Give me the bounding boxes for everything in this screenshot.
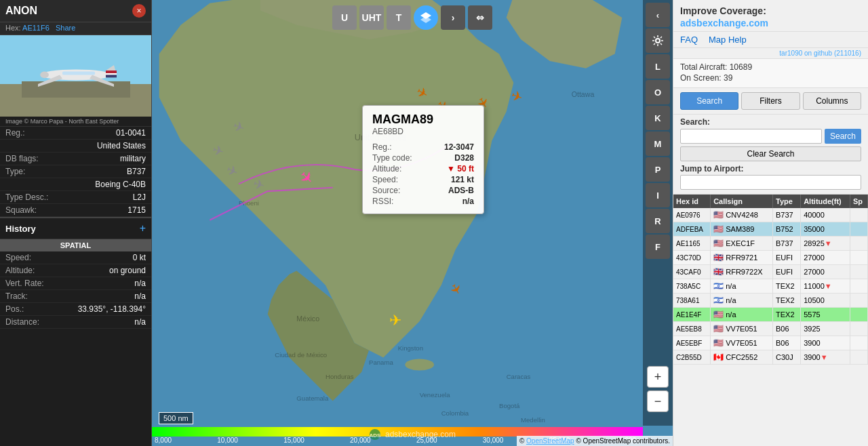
- type-row: Type: B737: [0, 165, 151, 178]
- speed-value: 0 kt: [133, 253, 146, 262]
- popup-rssi-row: RSSI: n/a: [372, 196, 474, 207]
- improve-coverage-link[interactable]: adsbexchange.com: [680, 18, 768, 28]
- map-help-link[interactable]: Map Help: [709, 35, 747, 45]
- cell-speed: [850, 222, 867, 237]
- openstreetmap-link[interactable]: OpenStreetMap: [526, 437, 574, 445]
- map-container[interactable]: United States Ottawa México Ciudad de Mé…: [152, 0, 673, 446]
- search-tab-button[interactable]: Search: [680, 92, 738, 110]
- search-area: Search: Search Clear Search Jump to Airp…: [673, 115, 868, 195]
- hex-row: Hex: AE11F6 Share: [0, 22, 151, 35]
- cell-type: TEX2: [773, 308, 801, 322]
- table-row[interactable]: 738A5C 🇮🇱 n/a TEX2 11000▼: [673, 279, 868, 293]
- reg-row: Reg.: 01-0041: [0, 127, 151, 140]
- cell-type: TEX2: [773, 279, 801, 293]
- map-arrow-button[interactable]: ›: [441, 5, 465, 30]
- svg-point-10: [40, 72, 49, 79]
- gradient-label-6: 30,000: [483, 437, 504, 444]
- popup-alt-value: ▼ 50 ft: [447, 164, 474, 174]
- side-i-button[interactable]: I: [646, 183, 670, 207]
- aircraft-popup: MAGMA89 AE68BD Reg.: 12-3047 Type code: …: [362, 105, 484, 214]
- side-r-button[interactable]: R: [646, 209, 670, 233]
- svg-text:Caracas: Caracas: [507, 373, 531, 380]
- search-go-button[interactable]: Search: [825, 129, 861, 144]
- map-expand-button[interactable]: ⇔: [468, 5, 492, 30]
- popup-alt-row: Altitude: ▼ 50 ft: [372, 163, 474, 174]
- table-row[interactable]: AE0976 🇺🇸 CNV4248 B737 40000: [673, 208, 868, 222]
- share-link[interactable]: Share: [56, 24, 75, 32]
- columns-tab-button[interactable]: Columns: [803, 92, 861, 110]
- side-l-button[interactable]: L: [646, 54, 670, 79]
- image-credit: Image © Marco Papa - North East Spotter: [0, 117, 151, 127]
- cell-altitude: 3900▼: [801, 350, 850, 365]
- map-btn-t[interactable]: T: [387, 5, 411, 30]
- side-p-button[interactable]: P: [646, 157, 670, 182]
- gradient-label-3: 15,000: [283, 437, 304, 444]
- clear-search-button[interactable]: Clear Search: [680, 146, 861, 161]
- svg-rect-9: [106, 75, 117, 77]
- table-row[interactable]: AE1E4F 🇺🇸 n/a TEX2 5575: [673, 308, 868, 322]
- filters-tab-button[interactable]: Filters: [741, 92, 800, 110]
- cell-speed: [850, 279, 867, 293]
- col-callsign[interactable]: Callsign: [711, 195, 773, 208]
- side-settings-button[interactable]: [646, 28, 670, 53]
- cell-altitude: 27000: [801, 251, 850, 265]
- cell-type: B752: [773, 222, 801, 237]
- cell-hex: 738A61: [673, 293, 711, 308]
- close-button[interactable]: ×: [132, 4, 146, 18]
- type-label: Type:: [5, 167, 25, 176]
- github-link[interactable]: tar1090 on github (211016): [779, 49, 861, 57]
- side-k-button[interactable]: K: [646, 106, 670, 130]
- table-row[interactable]: C2B55D 🇨🇦 CFC2552 C30J 3900▼: [673, 350, 868, 365]
- faq-link[interactable]: FAQ: [680, 35, 698, 45]
- cell-type: B06: [773, 322, 801, 336]
- scale-bar: 500 nm: [159, 412, 193, 424]
- popup-type-label: Type code:: [372, 153, 412, 163]
- table-row[interactable]: 43C70D 🇬🇧 RFR9721 EUFI 27000: [673, 251, 868, 265]
- search-input[interactable]: [680, 129, 822, 144]
- table-row[interactable]: AE1165 🇺🇸 EXEC1F B737 28925▼: [673, 237, 868, 251]
- popup-type-value: D328: [454, 153, 474, 163]
- table-row[interactable]: 738A61 🇮🇱 n/a TEX2 10500: [673, 293, 868, 308]
- zoom-out-button[interactable]: −: [647, 390, 669, 412]
- map-btn-u[interactable]: U: [332, 5, 357, 30]
- col-type[interactable]: Type: [773, 195, 801, 208]
- history-add-button[interactable]: +: [140, 222, 146, 235]
- cell-speed: [850, 336, 867, 350]
- map-btn-uht[interactable]: UHT: [359, 5, 384, 30]
- type-value: B737: [127, 167, 146, 176]
- svg-rect-1: [22, 81, 130, 98]
- adsb-watermark-text: adsbexchange.com: [385, 430, 456, 439]
- adsb-logo-icon: ADS: [369, 428, 381, 441]
- zoom-in-button[interactable]: +: [647, 366, 669, 388]
- db-flags-value: military: [120, 154, 146, 163]
- col-altitude[interactable]: Altitude(ft): [801, 195, 850, 208]
- side-f-button[interactable]: F: [646, 235, 670, 259]
- speed-row: Speed: 0 kt: [0, 251, 151, 264]
- svg-text:Ottawa: Ottawa: [572, 90, 595, 98]
- table-row[interactable]: ADFEBA 🇺🇸 SAM389 B752 35000: [673, 222, 868, 237]
- cell-altitude: 27000: [801, 265, 850, 279]
- map-toolbar: U UHT T › ⇔: [332, 5, 492, 30]
- cell-speed: [850, 208, 867, 222]
- table-row[interactable]: 43CAF0 🇬🇧 RFR9722X EUFI 27000: [673, 265, 868, 279]
- history-section[interactable]: History +: [0, 217, 151, 239]
- table-row[interactable]: AE5EBF 🇺🇸 VV7E051 B06 3900: [673, 336, 868, 350]
- aircraft-table: Hex id Callsign Type Altitude(ft) Sp AE0…: [673, 195, 868, 446]
- side-o-button[interactable]: O: [646, 80, 670, 104]
- stats-area: Total Aircraft: 10689 On Screen: 39: [673, 59, 868, 88]
- hex-link[interactable]: AE11F6: [22, 24, 50, 32]
- map-layers-button[interactable]: [414, 5, 438, 30]
- col-speed[interactable]: Sp: [850, 195, 867, 208]
- altitude-label: Altitude:: [5, 266, 35, 275]
- cell-hex: 43C70D: [673, 251, 711, 265]
- col-hexid[interactable]: Hex id: [673, 195, 711, 208]
- cell-callsign: 🇺🇸 CNV4248: [711, 208, 773, 222]
- table-row[interactable]: AE5EB8 🇺🇸 VV7E051 B06 3925: [673, 322, 868, 336]
- spatial-header: SPATIAL: [0, 239, 151, 251]
- side-m-button[interactable]: M: [646, 131, 670, 156]
- right-header: Improve Coverage: adsbexchange.com: [673, 0, 868, 32]
- aircraft-icon-10[interactable]: ✈: [389, 312, 401, 329]
- jump-airport-input[interactable]: [680, 175, 861, 190]
- side-back-button[interactable]: ‹: [646, 3, 670, 27]
- cell-altitude: 3900: [801, 336, 850, 350]
